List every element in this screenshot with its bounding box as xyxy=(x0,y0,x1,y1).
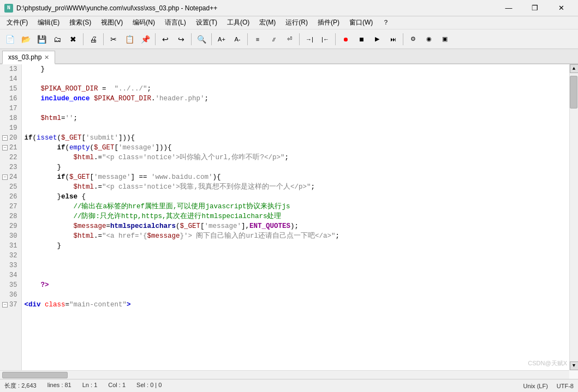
line-num-34: 34 xyxy=(2,270,17,280)
zoom-in-button[interactable]: A+ xyxy=(214,32,229,47)
code-line-36 xyxy=(24,290,569,300)
find-button[interactable]: 🔍 xyxy=(194,32,209,47)
vscroll-track[interactable] xyxy=(570,73,578,361)
vscroll-thumb[interactable] xyxy=(570,76,577,108)
fold-btn-20[interactable]: − xyxy=(2,135,8,141)
zoom-out-button[interactable]: A- xyxy=(230,32,245,47)
wrap-button[interactable]: ⏎ xyxy=(282,32,297,47)
menu-encoding[interactable]: 编码(N) xyxy=(128,17,159,28)
hscroll-thumb[interactable] xyxy=(2,372,68,378)
code-line-31: } xyxy=(24,241,569,251)
code-line-15: $PIKA_ROOT_DIR = "../../"; xyxy=(24,84,569,94)
menu-macro[interactable]: 宏(M) xyxy=(255,17,280,28)
vscroll-down-button[interactable]: ▼ xyxy=(570,361,579,370)
code-line-20: if(isset($_GET['submit'])){ xyxy=(24,133,569,143)
toolbar-sep-3 xyxy=(155,33,156,45)
macro-play-button[interactable]: ▶ xyxy=(370,32,385,47)
toolbar-sep-6 xyxy=(247,33,248,45)
tab-close-icon[interactable]: ✕ xyxy=(44,55,49,61)
line-num-36: 36 xyxy=(2,290,17,300)
line-num-15: 15 xyxy=(2,84,17,94)
status-length: 长度 : 2,643 xyxy=(4,382,37,390)
undo-button[interactable]: ↩ xyxy=(158,32,173,47)
menu-edit[interactable]: 编辑(E) xyxy=(33,17,64,28)
line-num-13: 13 xyxy=(2,64,17,74)
line-num-18: 18 xyxy=(2,113,17,123)
line-num-28: 28 xyxy=(2,212,17,221)
indent-button[interactable]: →| xyxy=(302,32,317,47)
macro-stop-button[interactable]: ⏹ xyxy=(354,32,369,47)
vscrollbar[interactable]: ▲ ▼ xyxy=(569,64,578,370)
minimize-button[interactable]: — xyxy=(496,1,521,16)
title-bar-controls: — ❐ ✕ xyxy=(496,1,574,16)
line-num-31: 31 xyxy=(2,241,17,251)
fold-btn-24[interactable]: − xyxy=(2,174,8,180)
code-line-22: $html.="<p class='notice'>叫你输入个url,你咋不听?… xyxy=(24,153,569,162)
code-line-14 xyxy=(24,74,569,84)
toolbar-extra-1[interactable]: ⚙ xyxy=(406,32,421,47)
watermark: CSDN@天赋X xyxy=(528,359,567,367)
new-button[interactable]: 📄 xyxy=(2,32,17,47)
status-right: Unix (LF) UTF-8 xyxy=(523,383,574,389)
code-content[interactable]: } $PIKA_ROOT_DIR = "../../"; include_onc… xyxy=(22,64,569,370)
menu-search[interactable]: 搜索(S) xyxy=(65,17,96,28)
copy-button[interactable]: 📋 xyxy=(122,32,137,47)
line-num-26: 26 xyxy=(2,192,17,202)
toolbar-extra-2[interactable]: ◉ xyxy=(421,32,437,47)
code-line-28: //防御:只允许http,https,其次在进行htmlspecialchars… xyxy=(24,212,569,221)
fold-btn-37[interactable]: − xyxy=(2,302,8,307)
menu-view[interactable]: 视图(V) xyxy=(97,17,127,28)
title-bar: N D:\phpstudy_pro\WWW\yunche.com\vul\xss… xyxy=(0,0,578,16)
line-num-23: 23 xyxy=(2,162,17,172)
cut-button[interactable]: ✂ xyxy=(106,32,121,47)
tab-bar: xss_03.php ✕ xyxy=(0,49,578,64)
status-left: 长度 : 2,643 lines : 81 Ln : 1 Col : 1 Sel… xyxy=(4,382,162,390)
vscroll-up-button[interactable]: ▲ xyxy=(570,64,579,73)
sync-h-button[interactable]: ⫽ xyxy=(266,32,281,47)
menu-help[interactable]: ？ xyxy=(378,17,394,28)
code-line-21: if(empty($_GET['message'])){ xyxy=(24,143,569,153)
code-line-25: $html.="<p class='notice'>我靠,我真想不到你是这样的一… xyxy=(24,182,569,192)
fold-btn-21[interactable]: − xyxy=(2,145,8,150)
save-button[interactable]: 💾 xyxy=(34,32,49,47)
code-line-16: include_once $PIKA_ROOT_DIR.'header.php'… xyxy=(24,94,569,104)
menu-plugins[interactable]: 插件(P) xyxy=(313,17,344,28)
tab-label: xss_03.php xyxy=(8,53,41,61)
code-line-30: $html.="<a href='{$message}'> 阁下自己输入的url… xyxy=(24,231,569,241)
line-num-14: 14 xyxy=(2,74,17,84)
menu-run[interactable]: 运行(R) xyxy=(281,17,312,28)
unindent-button[interactable]: |← xyxy=(318,32,333,47)
code-line-34 xyxy=(24,270,569,280)
line-num-25: 25 xyxy=(2,182,17,192)
sync-v-button[interactable]: ≡ xyxy=(250,32,265,47)
code-line-13: } xyxy=(24,64,569,74)
macro-run-button[interactable]: ⏭ xyxy=(385,32,401,47)
close-button[interactable]: ✕ xyxy=(549,1,574,16)
menu-bar: 文件(F) 编辑(E) 搜索(S) 视图(V) 编码(N) 语言(L) 设置(T… xyxy=(0,16,578,29)
code-scroll-area: 13 14 15 16 17 18 19 −20 −21 22 23 −24 2… xyxy=(0,64,569,370)
print-button[interactable]: 🖨 xyxy=(86,32,101,47)
menu-tools[interactable]: 工具(O) xyxy=(223,17,254,28)
menu-language[interactable]: 语言(L) xyxy=(160,17,190,28)
code-line-18: $html=''; xyxy=(24,113,569,123)
menu-file[interactable]: 文件(F) xyxy=(2,17,32,28)
status-eol: Unix (LF) xyxy=(523,383,548,389)
menu-window[interactable]: 窗口(W) xyxy=(345,17,377,28)
paste-button[interactable]: 📌 xyxy=(138,32,153,47)
toolbar-extra-3[interactable]: ▣ xyxy=(437,32,452,47)
save-all-button[interactable]: 🗂 xyxy=(50,32,65,47)
line-num-35: 35 xyxy=(2,280,17,290)
toolbar: 📄 📂 💾 🗂 ✖ 🖨 ✂ 📋 📌 ↩ ↪ 🔍 A+ A- ≡ ⫽ ⏎ →| |… xyxy=(0,29,578,49)
line-num-16: 16 xyxy=(2,94,17,104)
maximize-button[interactable]: ❐ xyxy=(522,1,547,16)
menu-settings[interactable]: 设置(T) xyxy=(192,17,222,28)
close-button2[interactable]: ✖ xyxy=(65,32,81,47)
open-button[interactable]: 📂 xyxy=(18,32,33,47)
line-num-27: 27 xyxy=(2,202,17,212)
hscrollbar[interactable] xyxy=(0,370,569,379)
line-num-37: −37 xyxy=(2,300,17,310)
tab-xss03[interactable]: xss_03.php ✕ xyxy=(2,51,55,64)
redo-button[interactable]: ↪ xyxy=(174,32,189,47)
macro-rec-button[interactable]: ⏺ xyxy=(338,32,353,47)
app-icon: N xyxy=(4,4,13,13)
